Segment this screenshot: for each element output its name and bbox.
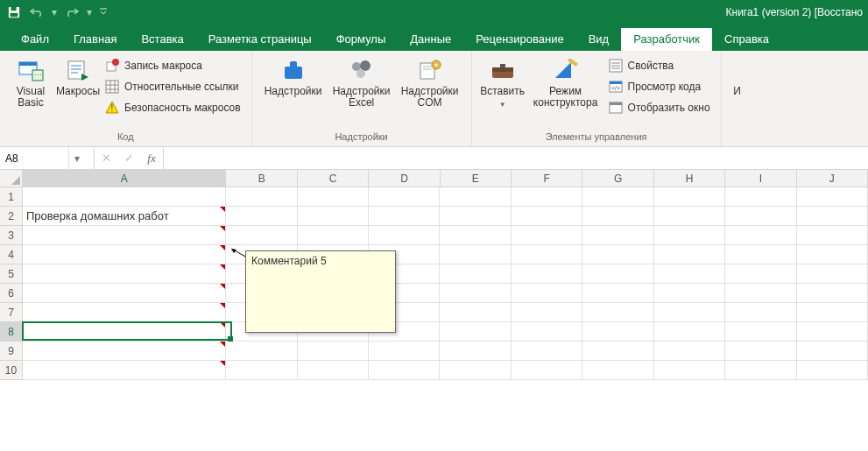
cell[interactable] <box>369 361 440 380</box>
cell[interactable] <box>440 226 511 245</box>
cell[interactable] <box>654 284 725 303</box>
cell[interactable] <box>582 226 653 245</box>
cell[interactable] <box>369 207 440 226</box>
cell-A5[interactable] <box>23 264 226 284</box>
cell[interactable] <box>512 226 582 245</box>
xml-button-cut[interactable]: И <box>729 54 746 97</box>
cell[interactable] <box>512 361 582 380</box>
redo-dropdown[interactable]: ▾ <box>84 3 95 22</box>
cell[interactable] <box>797 226 868 245</box>
col-header-I[interactable]: I <box>725 170 796 187</box>
record-macro-button[interactable]: Запись макроса <box>102 56 244 75</box>
insert-control-button[interactable]: Вставить ▼ <box>479 54 526 110</box>
cell[interactable] <box>725 322 796 342</box>
cell[interactable] <box>440 322 511 342</box>
cell[interactable] <box>654 226 725 245</box>
cell[interactable] <box>725 284 796 303</box>
cell[interactable] <box>725 303 796 322</box>
cell[interactable] <box>654 361 725 380</box>
cell[interactable] <box>298 207 369 226</box>
cell-B1[interactable] <box>226 187 297 207</box>
com-addins-button[interactable]: Надстройки COM <box>396 54 464 109</box>
cell[interactable] <box>298 361 369 380</box>
cell[interactable] <box>512 342 582 361</box>
col-header-J[interactable]: J <box>797 170 868 187</box>
cell[interactable] <box>582 303 653 322</box>
cell[interactable] <box>797 264 868 284</box>
row-header-1[interactable]: 1 <box>0 187 22 207</box>
cell[interactable] <box>512 207 582 226</box>
cell[interactable] <box>654 187 725 207</box>
design-mode-button[interactable]: Режим конструктора <box>526 54 605 109</box>
cell-A10[interactable] <box>23 361 226 380</box>
cell[interactable] <box>298 187 369 207</box>
cell[interactable] <box>512 264 582 284</box>
cell-A3[interactable] <box>23 226 226 245</box>
cell[interactable] <box>725 226 796 245</box>
cell[interactable] <box>512 322 582 342</box>
row-header-8[interactable]: 8 <box>0 322 22 342</box>
name-box[interactable]: ▾ <box>0 147 95 169</box>
row-header-4[interactable]: 4 <box>0 245 22 264</box>
cell[interactable] <box>654 342 725 361</box>
macros-button[interactable]: Макросы <box>54 54 102 97</box>
relative-refs-button[interactable]: Относительные ссылки <box>102 77 244 96</box>
cell[interactable] <box>440 264 511 284</box>
cell[interactable] <box>582 284 653 303</box>
cell[interactable] <box>654 303 725 322</box>
tab-help[interactable]: Справка <box>712 28 781 51</box>
tab-review[interactable]: Рецензирование <box>463 28 575 51</box>
cell[interactable] <box>226 226 297 245</box>
cell[interactable] <box>512 284 582 303</box>
cell[interactable] <box>582 245 653 264</box>
cell[interactable] <box>582 342 653 361</box>
cell[interactable] <box>440 303 511 322</box>
cell[interactable] <box>797 284 868 303</box>
fx-icon[interactable]: fx <box>140 152 163 166</box>
cell-A2[interactable]: Проверка домашних работ <box>23 207 226 226</box>
cell[interactable] <box>797 303 868 322</box>
undo-button[interactable] <box>26 3 47 22</box>
cells-area[interactable]: Проверка домашних работ Комментарий 5 <box>23 187 868 380</box>
tab-home[interactable]: Главная <box>61 28 129 51</box>
cell[interactable] <box>582 361 653 380</box>
tab-view[interactable]: Вид <box>576 28 622 51</box>
cell[interactable] <box>725 245 796 264</box>
properties-button[interactable]: Свойства <box>605 56 714 75</box>
cell[interactable] <box>725 361 796 380</box>
cell[interactable] <box>582 207 653 226</box>
view-code-button[interactable]: </> Просмотр кода <box>605 77 714 96</box>
cell-A8[interactable] <box>23 322 226 342</box>
cell-A6[interactable] <box>23 284 226 303</box>
cell[interactable] <box>797 245 868 264</box>
row-header-10[interactable]: 10 <box>0 361 22 380</box>
cell[interactable] <box>797 207 868 226</box>
cell[interactable] <box>298 342 369 361</box>
cell[interactable] <box>725 342 796 361</box>
row-header-5[interactable]: 5 <box>0 264 22 284</box>
show-window-button[interactable]: Отобразить окно <box>605 98 714 117</box>
cell[interactable] <box>582 264 653 284</box>
cell[interactable] <box>654 264 725 284</box>
cell[interactable] <box>654 245 725 264</box>
undo-dropdown[interactable]: ▾ <box>49 3 60 22</box>
cell[interactable] <box>725 187 796 207</box>
comment-box[interactable]: Комментарий 5 <box>245 250 396 333</box>
tab-data[interactable]: Данные <box>398 28 463 51</box>
col-header-H[interactable]: H <box>654 170 725 187</box>
cell[interactable] <box>440 361 511 380</box>
cell[interactable] <box>512 303 582 322</box>
col-header-D[interactable]: D <box>369 170 440 187</box>
cell[interactable] <box>440 342 511 361</box>
worksheet-grid[interactable]: A B C D E F G H I J 1 2 3 4 5 6 7 8 9 10… <box>0 170 868 451</box>
tab-pagelayout[interactable]: Разметка страницы <box>196 28 324 51</box>
name-box-input[interactable] <box>0 152 68 165</box>
cell[interactable] <box>725 264 796 284</box>
cell[interactable] <box>440 284 511 303</box>
row-header-3[interactable]: 3 <box>0 226 22 245</box>
col-header-G[interactable]: G <box>582 170 653 187</box>
tab-insert[interactable]: Вставка <box>129 28 195 51</box>
cell[interactable] <box>797 342 868 361</box>
cell[interactable] <box>440 187 511 207</box>
cell[interactable] <box>440 245 511 264</box>
